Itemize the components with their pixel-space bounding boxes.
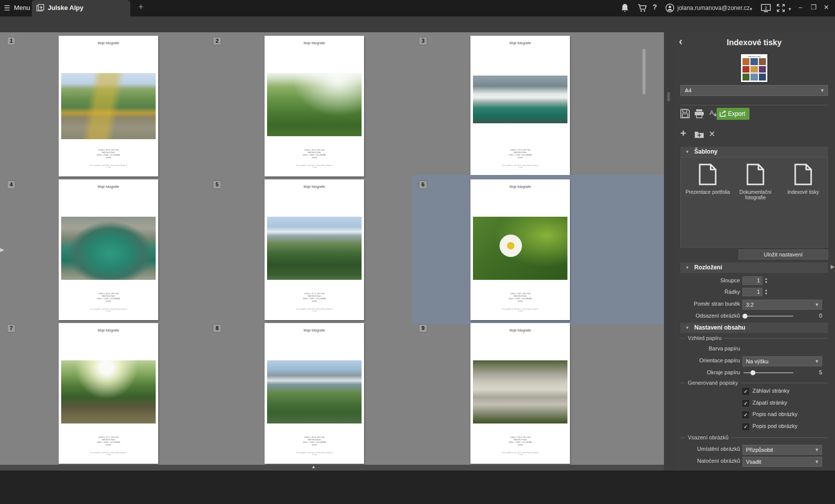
collapsed-filmstrip-bar[interactable] [0,471,835,504]
account-email[interactable]: jolana.rumanova@zoner.cz [677,4,750,11]
print-page[interactable]: Moje fotografie1/320 s, F4.5, ISO 100NIK… [470,179,570,320]
template-item-1[interactable]: Prezentace portfolia [685,164,731,195]
page-cell[interactable]: 6Moje fotografie1/320 s, F4.5, ISO 100NI… [412,175,664,325]
account-avatar-icon[interactable] [665,3,674,12]
print-page[interactable]: Moje fotografie1/320 s, F5.6, ISO 100NIK… [59,179,158,320]
menu-button[interactable]: Menu [14,4,30,11]
natoceni-label: Natočení obrázků [680,458,740,464]
export-button[interactable]: Export [717,108,749,120]
page-cell[interactable]: 8Moje fotografie1/640 s, F5.6, ISO 160NI… [206,319,412,465]
panel-splitter[interactable]: ≡≡≡ [664,32,674,471]
print-page[interactable]: Moje fotografie1/500 s, F7.1, ISO 100NIK… [265,179,364,320]
bottom-scroll-strip[interactable]: ▲ [0,465,664,471]
radky-input[interactable]: 1 [742,288,762,296]
template-item-3[interactable]: Indexové tisky [780,164,826,195]
photo-forest [61,360,156,423]
vertical-scrollbar-thumb[interactable] [643,49,646,94]
nastaveni-header-label: Nastavení obsahu [694,324,745,331]
page-cell[interactable]: 3Moje fotografie1/800 s, F5.6, ISO 180NI… [412,32,664,181]
print-page[interactable]: Moje fotografie1/800 s, F5.6, ISO 180NIK… [470,36,570,176]
print-page[interactable]: Moje fotografie1/250 s, F7.1, ISO 100NIK… [59,323,158,464]
print-page[interactable]: Moje fotografie1/400 s, F6.3, ISO 100NIK… [470,323,570,464]
save-icon[interactable] [680,109,690,118]
page-number-badge: 4 [7,180,15,189]
natoceni-select[interactable]: Vsadit ▼ [742,457,822,467]
help-icon[interactable]: ? [652,3,657,11]
page-footer-text: Tisk: pondělí 4. září 2017, Zoner Photo … [80,165,137,168]
delete-icon[interactable]: ✕ [709,129,715,139]
fullscreen-icon[interactable] [777,4,785,12]
page-cell[interactable]: 7Moje fotografie1/250 s, F7.1, ISO 100NI… [0,319,206,465]
checkbox-2[interactable]: ✓ [742,400,749,407]
index-print-preview-thumbnail[interactable]: Indexové tisky [741,54,767,82]
radky-spinner[interactable]: ▲▼ [764,288,768,295]
section-header-rozlozeni[interactable]: ▼ Rozložení [680,262,828,273]
paper-size-value: A4 [685,87,691,93]
okraje-slider-thumb[interactable] [750,370,755,375]
sloupce-input[interactable]: 1 [742,276,762,285]
new-tab-button[interactable]: + [138,2,144,12]
umisteni-select[interactable]: Přizpůsobit ▼ [742,445,822,455]
print-page[interactable]: Moje fotografie1/640 s, F5.6, ISO 160NIK… [265,36,364,176]
fullscreen-caret-icon[interactable]: ▼ [788,5,792,13]
checkbox-4[interactable]: ✓ [742,423,749,430]
group-generovane-popisky: Generované popisky [680,380,828,386]
page-header-text: Moje fotografie [265,41,364,45]
page-cell[interactable]: 2Moje fotografie1/640 s, F5.6, ISO 160NI… [206,32,412,181]
section-header-nastaveni[interactable]: ▼ Nastavení obsahu [680,323,828,333]
second-monitor-icon[interactable]: 2 [761,4,771,12]
notifications-bell-icon[interactable] [621,3,629,12]
paper-size-select[interactable]: A4 ▼ [680,85,828,96]
share-icon [720,110,727,117]
print-icon[interactable] [694,109,704,118]
page-cell[interactable]: 5Moje fotografie1/500 s, F7.1, ISO 100NI… [206,175,412,325]
left-panel-collapse-handle[interactable]: ▶ [0,247,4,253]
group-vzhled-papiru: Vzhled papíru [680,335,828,341]
preview-photo [750,74,757,81]
window-minimize-button[interactable]: – [799,3,802,11]
page-number-badge: 2 [213,37,221,45]
sloupce-label: Sloupce [680,277,740,283]
hamburger-menu-icon[interactable]: ☰ [4,4,10,12]
photo-caption: 1/640 s, F5.6, ISO 160NIKON D70002000 × … [280,149,348,159]
collapse-caret-icon: ▼ [685,323,689,333]
collapse-caret-icon: ▼ [685,262,689,273]
pages-grid-area[interactable]: 1Moje fotografie1/160 s, F6.3, ISO 100NI… [0,32,664,465]
sloupce-spinner[interactable]: ▲▼ [764,277,768,284]
add-icon[interactable]: + [680,128,686,139]
tab-title: Julske Alpy [48,4,84,11]
filmstrip-expand-arrow[interactable]: ▲ [311,464,316,469]
template-item-2[interactable]: Dokumentační fotografie [733,164,778,200]
page-cell[interactable]: 1Moje fotografie1/160 s, F6.3, ISO 100NI… [0,32,206,181]
chevron-down-icon: ▼ [815,300,819,309]
export-label: Export [728,110,745,117]
pomer-stran-select[interactable]: 3:2 ▼ [742,300,822,310]
window-restore-button[interactable]: ❐ [811,3,817,11]
shopping-cart-icon[interactable] [638,4,647,12]
splitter-grip-icon[interactable]: ≡≡≡ [667,92,670,101]
page-number-badge: 7 [7,324,15,333]
section-header-sablony[interactable]: ▼ Šablony [680,147,828,157]
print-page[interactable]: Moje fotografie1/160 s, F6.3, ISO 100NIK… [59,36,158,176]
panel-title: Indexové tisky [680,38,828,47]
page-footer-text: Tisk: pondělí 4. září 2017, Zoner Photo … [285,165,343,168]
account-caret-icon[interactable]: ▼ [749,5,753,13]
add-folder-icon[interactable] [694,130,704,139]
odsazeni-slider[interactable] [743,316,793,317]
checkbox-3[interactable]: ✓ [742,412,749,418]
page-cell[interactable]: 4Moje fotografie1/320 s, F5.6, ISO 100NI… [0,175,206,325]
window-close-button[interactable]: ✕ [824,3,829,11]
checkbox-1[interactable]: ✓ [742,388,749,395]
page-cell[interactable]: 9Moje fotografie1/400 s, F6.3, ISO 100NI… [412,319,664,465]
okraje-slider[interactable] [743,372,793,373]
odsazeni-slider-thumb[interactable] [742,314,747,319]
right-panel-collapse-handle[interactable]: ▶ [831,263,835,270]
orientace-select[interactable]: Na výšku ▼ [742,356,822,366]
umisteni-value: Přizpůsobit [746,447,773,453]
page-number-badge: 3 [419,37,427,45]
print-page[interactable]: Moje fotografie1/640 s, F5.6, ISO 160NIK… [265,323,364,464]
document-tab[interactable]: Julske Alpy [32,0,130,16]
page-number-badge: 6 [419,180,427,189]
photo-caption: 1/320 s, F5.6, ISO 100NIKON D70002000 × … [75,293,142,302]
save-settings-button[interactable]: Uložit nastavení [739,250,828,259]
